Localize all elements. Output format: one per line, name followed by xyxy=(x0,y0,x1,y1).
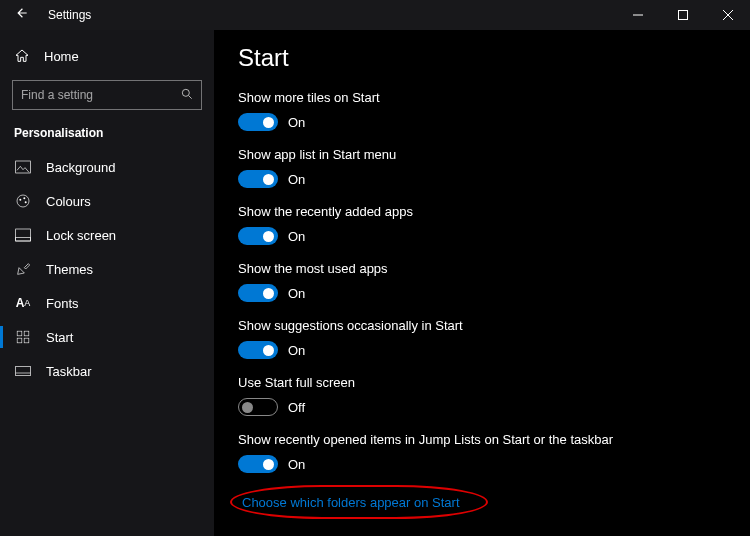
choose-folders-link[interactable]: Choose which folders appear on Start xyxy=(242,495,460,510)
themes-icon xyxy=(14,261,32,277)
toggle-switch[interactable] xyxy=(238,341,278,359)
setting-row: Show the recently added appsOn xyxy=(238,204,726,245)
sidebar-item-label: Lock screen xyxy=(46,228,116,243)
toggle-state: Off xyxy=(288,400,305,415)
svg-line-5 xyxy=(189,96,192,99)
sidebar-item-label: Start xyxy=(46,330,73,345)
taskbar-icon xyxy=(14,363,32,379)
minimize-icon xyxy=(633,10,643,20)
sidebar-item-label: Background xyxy=(46,160,115,175)
fonts-icon: AA xyxy=(14,295,32,311)
lockscreen-icon xyxy=(14,227,32,243)
home-icon xyxy=(14,48,30,64)
sidebar-item-start[interactable]: Start xyxy=(0,320,214,354)
setting-label: Show the most used apps xyxy=(238,261,726,276)
toggle-state: On xyxy=(288,286,305,301)
sidebar: Home Personalisation Background Colours … xyxy=(0,30,214,536)
toggle-switch[interactable] xyxy=(238,284,278,302)
setting-row: Show recently opened items in Jump Lists… xyxy=(238,432,726,473)
setting-row: Show app list in Start menuOn xyxy=(238,147,726,188)
content-area: Start Show more tiles on StartOnShow app… xyxy=(214,30,750,536)
toggle-switch[interactable] xyxy=(238,113,278,131)
svg-rect-14 xyxy=(24,331,29,336)
home-label: Home xyxy=(44,49,79,64)
minimize-button[interactable] xyxy=(615,0,660,30)
setting-row: Use Start full screenOff xyxy=(238,375,726,416)
titlebar: Settings xyxy=(0,0,750,30)
sidebar-item-background[interactable]: Background xyxy=(0,150,214,184)
back-button[interactable] xyxy=(10,6,34,24)
svg-rect-15 xyxy=(17,338,22,343)
close-icon xyxy=(723,10,733,20)
category-header: Personalisation xyxy=(0,122,214,150)
colours-icon xyxy=(14,193,32,209)
sidebar-item-lockscreen[interactable]: Lock screen xyxy=(0,218,214,252)
sidebar-item-label: Fonts xyxy=(46,296,79,311)
toggle-switch[interactable] xyxy=(238,455,278,473)
page-title: Start xyxy=(238,44,726,72)
svg-rect-17 xyxy=(16,366,31,375)
setting-label: Show suggestions occasionally in Start xyxy=(238,318,726,333)
toggle-state: On xyxy=(288,115,305,130)
svg-point-7 xyxy=(17,195,29,207)
arrow-left-icon xyxy=(15,6,29,20)
svg-rect-11 xyxy=(16,229,31,241)
setting-label: Show the recently added apps xyxy=(238,204,726,219)
toggle-switch[interactable] xyxy=(238,227,278,245)
close-button[interactable] xyxy=(705,0,750,30)
toggle-state: On xyxy=(288,343,305,358)
search-box[interactable] xyxy=(12,80,202,110)
svg-point-4 xyxy=(182,89,189,96)
home-button[interactable]: Home xyxy=(0,40,214,72)
setting-label: Show recently opened items in Jump Lists… xyxy=(238,432,726,447)
window-title: Settings xyxy=(48,8,91,22)
setting-label: Show more tiles on Start xyxy=(238,90,726,105)
background-icon xyxy=(14,159,32,175)
sidebar-item-label: Colours xyxy=(46,194,91,209)
toggle-switch[interactable] xyxy=(238,398,278,416)
search-input[interactable] xyxy=(12,80,202,110)
toggle-state: On xyxy=(288,229,305,244)
sidebar-item-themes[interactable]: Themes xyxy=(0,252,214,286)
svg-rect-1 xyxy=(678,11,687,20)
toggle-state: On xyxy=(288,457,305,472)
setting-row: Show the most used appsOn xyxy=(238,261,726,302)
svg-rect-12 xyxy=(16,238,31,241)
sidebar-item-label: Themes xyxy=(46,262,93,277)
svg-point-8 xyxy=(19,199,21,201)
sidebar-item-colours[interactable]: Colours xyxy=(0,184,214,218)
maximize-button[interactable] xyxy=(660,0,705,30)
setting-label: Show app list in Start menu xyxy=(238,147,726,162)
setting-row: Show more tiles on StartOn xyxy=(238,90,726,131)
toggle-switch[interactable] xyxy=(238,170,278,188)
svg-rect-13 xyxy=(17,331,22,336)
start-icon xyxy=(14,329,32,345)
toggle-state: On xyxy=(288,172,305,187)
svg-rect-16 xyxy=(24,338,29,343)
setting-label: Use Start full screen xyxy=(238,375,726,390)
search-icon xyxy=(180,87,194,105)
svg-point-9 xyxy=(23,197,25,199)
maximize-icon xyxy=(678,10,688,20)
svg-point-10 xyxy=(25,201,27,203)
sidebar-item-taskbar[interactable]: Taskbar xyxy=(0,354,214,388)
setting-row: Show suggestions occasionally in StartOn xyxy=(238,318,726,359)
sidebar-item-label: Taskbar xyxy=(46,364,92,379)
sidebar-item-fonts[interactable]: AA Fonts xyxy=(0,286,214,320)
